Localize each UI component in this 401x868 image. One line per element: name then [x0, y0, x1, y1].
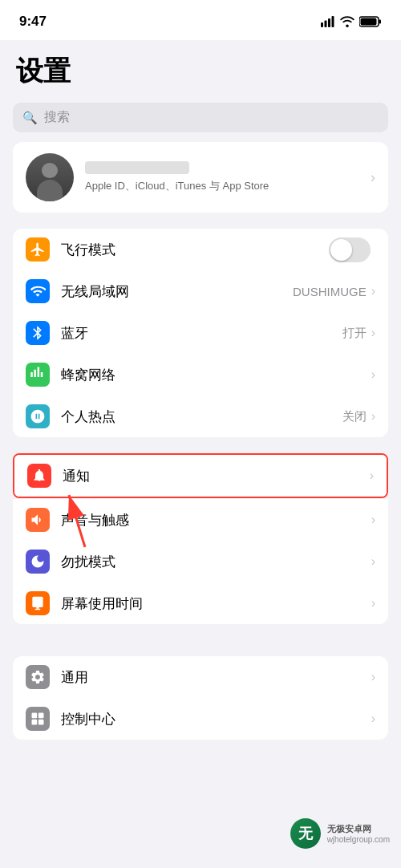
svg-rect-12 [32, 713, 38, 719]
screentime-icon [26, 591, 50, 615]
apple-id-subtitle: Apple ID、iCloud、iTunes 与 App Store [85, 179, 359, 193]
bluetooth-chevron: › [371, 326, 375, 340]
bluetooth-value: 打开 [342, 326, 367, 341]
page-header: 设置 [0, 40, 401, 96]
status-bar: 9:47 [0, 0, 401, 40]
avatar [26, 153, 74, 201]
status-icons [321, 16, 382, 27]
wifi-value: DUSHIMUGE [293, 285, 367, 298]
wifi-row[interactable]: 无线局域网 DUSHIMUGE › [13, 270, 388, 312]
wifi-label: 无线局域网 [61, 282, 293, 301]
svg-rect-15 [38, 720, 44, 725]
svg-rect-6 [379, 20, 382, 24]
general-label: 通用 [61, 668, 371, 687]
sound-icon [26, 508, 50, 532]
system-group: 通用 › 控制中心 › [13, 656, 388, 740]
dnd-chevron: › [371, 554, 375, 569]
wifi-chevron: › [371, 284, 375, 298]
notification-highlight-wrapper: 通知 › [13, 453, 388, 498]
hotspot-chevron: › [371, 409, 375, 424]
bluetooth-row[interactable]: 蓝牙 打开 › [13, 312, 388, 354]
cellular-row[interactable]: 蜂窝网络 › [13, 354, 388, 395]
svg-rect-0 [321, 22, 323, 27]
sound-chevron: › [371, 513, 375, 527]
airplane-mode-icon [26, 237, 50, 262]
search-container: 🔍 搜索 [0, 96, 401, 142]
airplane-mode-toggle[interactable] [329, 237, 371, 262]
cellular-label: 蜂窝网络 [61, 366, 371, 384]
watermark-logo-letter: 无 [298, 824, 313, 843]
apple-id-name-blurred [85, 161, 189, 174]
sound-label: 声音与触感 [61, 511, 371, 529]
search-icon: 🔍 [22, 111, 38, 125]
control-center-chevron: › [371, 712, 375, 726]
dnd-label: 勿扰模式 [61, 553, 371, 571]
control-center-label: 控制中心 [61, 710, 371, 728]
svg-rect-1 [325, 21, 327, 28]
screentime-row[interactable]: 屏幕使用时间 › [13, 582, 388, 624]
watermark: 无 无极安卓网 wjhotelgroup.com [290, 818, 390, 849]
apple-id-chevron: › [371, 169, 375, 186]
general-icon [26, 665, 50, 689]
hotspot-row[interactable]: 个人热点 关闭 › [13, 395, 388, 437]
cellular-icon [26, 363, 50, 387]
hotspot-label: 个人热点 [61, 408, 342, 426]
notification-icon [27, 464, 51, 488]
red-arrow [57, 487, 97, 551]
watermark-brand: 无极安卓网 [327, 823, 390, 835]
watermark-site: wjhotelgroup.com [327, 835, 390, 844]
airplane-mode-label: 飞行模式 [61, 241, 329, 259]
svg-rect-10 [35, 609, 41, 610]
control-center-row[interactable]: 控制中心 › [13, 698, 388, 740]
search-placeholder: 搜索 [44, 109, 70, 126]
connectivity-group: 飞行模式 无线局域网 DUSHIMUGE › 蓝牙 打开 › 蜂窝网络 › 个 [13, 229, 388, 437]
svg-rect-13 [38, 713, 44, 719]
screentime-label: 屏幕使用时间 [61, 594, 371, 613]
control-center-icon [26, 707, 50, 731]
search-bar[interactable]: 🔍 搜索 [13, 103, 388, 132]
svg-line-8 [69, 495, 85, 547]
hotspot-icon [26, 404, 50, 428]
svg-rect-9 [32, 597, 43, 607]
svg-rect-3 [332, 16, 334, 27]
hotspot-value: 关闭 [342, 409, 367, 424]
airplane-mode-row[interactable]: 飞行模式 [13, 229, 388, 270]
dnd-icon [26, 550, 50, 574]
notification-label: 通知 [63, 467, 370, 485]
spacer [0, 640, 401, 656]
svg-rect-2 [328, 18, 330, 27]
apple-id-info: Apple ID、iCloud、iTunes 与 App Store [85, 161, 359, 193]
wifi-row-icon [26, 279, 50, 303]
signal-icon [321, 16, 335, 27]
screentime-chevron: › [371, 596, 375, 610]
svg-rect-11 [36, 607, 38, 609]
general-chevron: › [371, 670, 375, 684]
bluetooth-label: 蓝牙 [61, 324, 342, 343]
watermark-logo: 无 [290, 818, 321, 849]
bluetooth-icon [26, 321, 50, 345]
notification-chevron: › [370, 468, 374, 483]
svg-rect-5 [361, 18, 377, 26]
battery-icon [359, 16, 382, 27]
general-row[interactable]: 通用 › [13, 656, 388, 698]
svg-rect-14 [32, 720, 38, 725]
cellular-chevron: › [371, 367, 375, 382]
page-title: 设置 [16, 53, 385, 90]
watermark-text-block: 无极安卓网 wjhotelgroup.com [327, 823, 390, 844]
wifi-icon [340, 16, 354, 27]
apple-id-row[interactable]: Apple ID、iCloud、iTunes 与 App Store › [13, 142, 388, 213]
status-time: 9:47 [19, 14, 47, 30]
